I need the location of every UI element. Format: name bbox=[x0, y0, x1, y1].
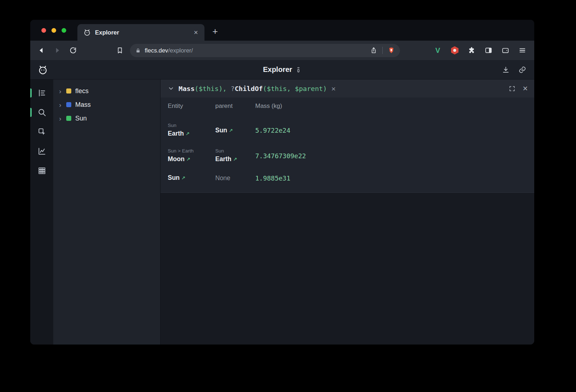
entity-cell: Sun > Earth Moon↗ bbox=[168, 147, 215, 164]
app-title-group: Explorer bbox=[263, 65, 301, 74]
mass-value: 5.9722e24 bbox=[255, 127, 534, 134]
query-results-table: Entity parent Mass (kg) Sun Earth↗ bbox=[161, 97, 534, 193]
entity-link[interactable]: Sun↗ bbox=[168, 173, 215, 183]
extension-hexagon-icon[interactable] bbox=[450, 46, 459, 55]
app-body: › flecs › Mass › Sun bbox=[30, 79, 534, 345]
query-segment: ? bbox=[231, 85, 235, 92]
chevron-right-icon[interactable]: › bbox=[59, 88, 64, 95]
parent-cell: Sun↗ bbox=[215, 126, 255, 136]
column-header-parent: parent bbox=[215, 102, 255, 110]
chevron-down-icon[interactable] bbox=[167, 85, 175, 92]
app-header: Explorer bbox=[30, 60, 534, 79]
tree-item-label: Mass bbox=[75, 101, 91, 109]
app-title: Explorer bbox=[263, 65, 292, 74]
entity-parent-path: Sun > Earth bbox=[168, 147, 215, 154]
query-segment: ($this, $parent) bbox=[263, 85, 327, 92]
table-body: Sun Earth↗ Sun↗ 5.9722e24 bbox=[161, 114, 534, 192]
active-indicator bbox=[30, 108, 32, 117]
sidebar-tables-icon[interactable] bbox=[37, 166, 47, 176]
tree-item-label: Sun bbox=[75, 115, 87, 122]
tab-close-icon[interactable]: × bbox=[192, 28, 199, 37]
sidebar-tree-icon[interactable] bbox=[37, 88, 47, 98]
parent-link[interactable]: Sun↗ bbox=[215, 126, 255, 136]
query-expression[interactable]: Mass($this), ?ChildOf($this, $parent) bbox=[179, 85, 327, 92]
bookmark-icon[interactable] bbox=[114, 45, 125, 56]
entity-name[interactable]: Moon bbox=[168, 155, 185, 163]
open-entity-arrow-icon: ↗ bbox=[181, 175, 185, 181]
entity-color-swatch bbox=[66, 116, 71, 121]
fullscreen-window-button[interactable] bbox=[62, 28, 66, 33]
active-indicator bbox=[30, 88, 32, 97]
parent-cell: Sun Earth↗ bbox=[215, 147, 255, 164]
back-button[interactable] bbox=[36, 45, 47, 56]
forward-button[interactable] bbox=[52, 45, 63, 56]
parent-name[interactable]: Sun bbox=[215, 127, 227, 134]
entity-link[interactable]: Earth↗ bbox=[168, 129, 215, 139]
share-link-icon[interactable] bbox=[518, 65, 527, 74]
module-color-swatch bbox=[66, 88, 71, 94]
address-bar[interactable]: flecs.dev/explorer/ bbox=[130, 44, 400, 57]
url-path: /explorer/ bbox=[168, 47, 193, 54]
url-domain: flecs.dev bbox=[145, 47, 168, 54]
extensions-puzzle-icon[interactable] bbox=[467, 46, 476, 55]
reload-button[interactable] bbox=[68, 45, 78, 56]
sidebar-stats-icon[interactable] bbox=[37, 146, 47, 156]
new-tab-button[interactable]: + bbox=[212, 27, 218, 36]
query-segment: ($this), bbox=[195, 85, 231, 92]
desktop-background: Explorer × + bbox=[0, 0, 576, 392]
sidebar-search-icon[interactable] bbox=[37, 108, 47, 117]
sidebar-toggle-icon[interactable] bbox=[484, 46, 493, 55]
query-header: Mass($this), ?ChildOf($this, $parent) × … bbox=[161, 79, 534, 97]
remote-connection-icon[interactable] bbox=[296, 66, 302, 73]
mass-value: 7.34767309e22 bbox=[255, 152, 534, 160]
query-actions: × bbox=[508, 84, 528, 93]
minimize-window-button[interactable] bbox=[51, 28, 56, 33]
window-controls bbox=[41, 20, 66, 41]
tree-item-mass[interactable]: › Mass bbox=[53, 98, 160, 111]
browser-window: Explorer × + bbox=[30, 20, 534, 345]
close-panel-icon[interactable]: × bbox=[523, 84, 528, 93]
browser-tab-explorer[interactable]: Explorer × bbox=[77, 24, 204, 41]
brave-shields-icon[interactable] bbox=[386, 45, 396, 55]
table-row: Sun > Earth Moon↗ Sun Earth↗ 7.34767309e… bbox=[168, 143, 534, 169]
entity-link[interactable]: Moon↗ bbox=[168, 154, 215, 164]
url-text: flecs.dev/explorer/ bbox=[145, 47, 193, 54]
parent-parent-path: Sun bbox=[215, 147, 255, 154]
table-row: Sun Earth↗ Sun↗ 5.9722e24 bbox=[168, 118, 534, 143]
component-color-swatch bbox=[66, 102, 71, 107]
flecs-logo-icon[interactable] bbox=[37, 64, 48, 75]
entity-name[interactable]: Sun bbox=[168, 174, 180, 181]
entity-name[interactable]: Earth bbox=[168, 130, 184, 137]
menu-hamburger-icon[interactable] bbox=[518, 46, 527, 55]
tree-item-label: flecs bbox=[75, 87, 89, 95]
flecs-explorer-app: Explorer bbox=[30, 60, 534, 345]
tab-title: Explorer bbox=[95, 29, 192, 36]
column-header-mass: Mass (kg) bbox=[255, 102, 534, 110]
open-entity-arrow-icon: ↗ bbox=[229, 128, 233, 133]
query-clear-icon[interactable]: × bbox=[331, 85, 336, 92]
table-row: Sun↗ None 1.9885e31 bbox=[168, 169, 534, 187]
query-segment: Mass bbox=[179, 85, 195, 92]
wallet-icon[interactable] bbox=[501, 46, 510, 55]
tab-strip: Explorer × + bbox=[30, 20, 534, 41]
chevron-right-icon[interactable]: › bbox=[59, 101, 64, 108]
parent-none-value: None bbox=[215, 173, 255, 183]
query-panel: Mass($this), ?ChildOf($this, $parent) × … bbox=[160, 79, 534, 345]
chevron-right-icon[interactable]: › bbox=[59, 115, 64, 122]
query-segment: ChildOf bbox=[235, 85, 263, 92]
vue-devtools-icon[interactable]: V bbox=[433, 46, 442, 55]
sidebar-inspect-icon[interactable] bbox=[37, 127, 47, 137]
parent-link[interactable]: Earth↗ bbox=[215, 154, 255, 164]
divider bbox=[382, 47, 383, 54]
close-window-button[interactable] bbox=[41, 28, 46, 33]
parent-name[interactable]: Earth bbox=[215, 155, 231, 163]
mass-value: 1.9885e31 bbox=[255, 174, 534, 182]
share-icon[interactable] bbox=[369, 45, 379, 55]
tree-item-flecs[interactable]: › flecs bbox=[53, 84, 160, 98]
expand-fullscreen-icon[interactable] bbox=[508, 84, 517, 93]
open-entity-arrow-icon: ↗ bbox=[186, 156, 190, 162]
column-header-entity: Entity bbox=[168, 102, 215, 110]
tree-item-sun[interactable]: › Sun bbox=[53, 111, 160, 125]
download-icon[interactable] bbox=[501, 65, 510, 74]
header-actions bbox=[501, 65, 527, 74]
